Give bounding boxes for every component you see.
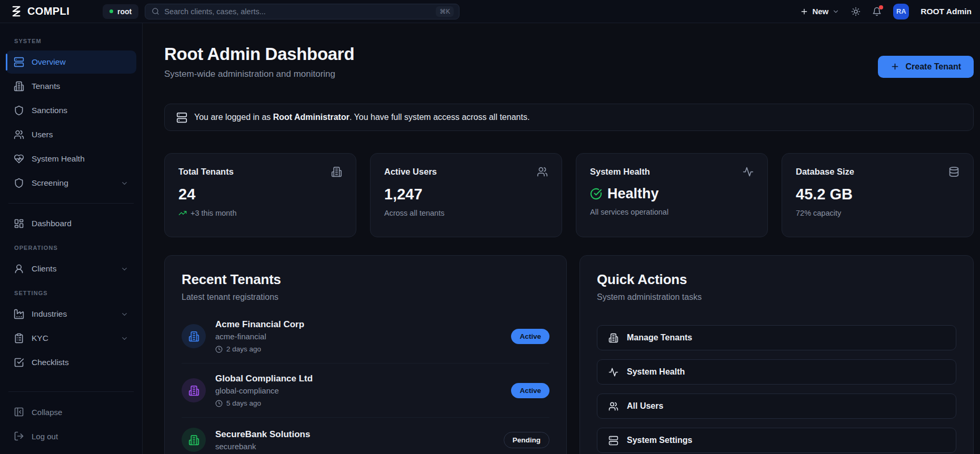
topbar-actions: New RA ROOT Admin bbox=[800, 4, 972, 19]
stat-label: Total Tenants bbox=[178, 167, 234, 177]
tenant-slug: securebank bbox=[215, 442, 494, 451]
panel-subtitle: System administration tasks bbox=[597, 292, 956, 302]
theme-toggle-button[interactable] bbox=[851, 7, 861, 16]
app-root: COMPLI root ⌘K New RA bbox=[0, 0, 980, 454]
page-header: Root Admin Dashboard System-wide adminis… bbox=[164, 44, 974, 79]
user-name: ROOT Admin bbox=[921, 7, 972, 16]
sidebar-item-dashboard[interactable]: Dashboard bbox=[6, 212, 136, 235]
activity-icon bbox=[608, 367, 618, 377]
banner-text: You are logged in as Root Administrator.… bbox=[194, 113, 529, 122]
sidebar-item-label: KYC bbox=[32, 334, 48, 343]
sidebar-item-label: Industries bbox=[32, 309, 67, 319]
sidebar-item-label: Clients bbox=[32, 264, 56, 274]
create-tenant-button[interactable]: Create Tenant bbox=[878, 56, 974, 78]
tenant-avatar bbox=[182, 428, 206, 452]
avatar-initials: RA bbox=[896, 7, 906, 15]
quick-action-system-settings[interactable]: System Settings bbox=[597, 428, 956, 453]
search-icon bbox=[152, 7, 159, 15]
sidebar-item-label: Tenants bbox=[32, 82, 60, 91]
collapse-sidebar-button[interactable]: Collapse bbox=[6, 400, 136, 423]
sidebar-item-label: Dashboard bbox=[32, 219, 72, 228]
database-icon bbox=[948, 166, 959, 177]
users-icon bbox=[537, 166, 548, 177]
collapse-label: Collapse bbox=[32, 408, 62, 417]
server-icon bbox=[176, 112, 187, 123]
check-circle-icon bbox=[590, 188, 602, 200]
quick-actions-panel: Quick Actions System administration task… bbox=[579, 255, 974, 454]
tenant-time: 5 days ago bbox=[215, 399, 502, 407]
keyboard-shortcut-badge: ⌘K bbox=[436, 6, 454, 17]
sidebar-item-sanctions[interactable]: Sanctions bbox=[6, 99, 136, 122]
brand: COMPLI bbox=[11, 5, 103, 17]
stat-subtext: Across all tenants bbox=[384, 209, 548, 217]
stat-value: 45.2 GB bbox=[796, 186, 959, 203]
plus-icon bbox=[891, 62, 899, 71]
brand-name: COMPLI bbox=[27, 5, 69, 17]
sidebar: SYSTEM Overview Tenants Sanctions Users … bbox=[0, 23, 143, 454]
notifications-button[interactable] bbox=[872, 7, 882, 16]
section-label-operations: OPERATIONS bbox=[14, 245, 128, 251]
chevron-down-icon bbox=[832, 8, 839, 15]
sidebar-item-checklists[interactable]: Checklists bbox=[6, 351, 136, 374]
logout-icon bbox=[14, 431, 24, 441]
building-icon bbox=[14, 81, 24, 92]
section-label-settings: SETTINGS bbox=[14, 290, 128, 296]
stat-card-database-size: Database Size 45.2 GB 72% capacity bbox=[782, 153, 974, 237]
server-icon bbox=[608, 436, 618, 446]
sidebar-item-kyc[interactable]: KYC bbox=[6, 327, 136, 350]
sidebar-item-clients[interactable]: Clients bbox=[6, 257, 136, 280]
sidebar-item-system-health[interactable]: System Health bbox=[6, 147, 136, 170]
online-status-dot bbox=[109, 9, 113, 13]
tenant-time: 2 days ago bbox=[215, 345, 502, 353]
chevron-down-icon bbox=[121, 310, 128, 318]
stat-subtext: 72% capacity bbox=[796, 209, 959, 217]
topbar: COMPLI root ⌘K New RA bbox=[0, 0, 980, 23]
panel-left-close-icon bbox=[14, 407, 24, 417]
quick-action-all-users[interactable]: All Users bbox=[597, 394, 956, 419]
sidebar-item-label: Overview bbox=[32, 57, 66, 67]
tenant-row-global-compliance[interactable]: Global Compliance Ltd global-compliance … bbox=[182, 363, 549, 417]
quick-action-manage-tenants[interactable]: Manage Tenants bbox=[597, 325, 956, 350]
new-button[interactable]: New bbox=[800, 7, 839, 16]
stat-value: 24 bbox=[178, 186, 342, 203]
check-square-icon bbox=[14, 357, 24, 368]
sidebar-item-overview[interactable]: Overview bbox=[6, 51, 136, 74]
sidebar-item-label: Screening bbox=[32, 178, 68, 188]
sidebar-item-label: Checklists bbox=[32, 358, 69, 367]
search-bar[interactable]: ⌘K bbox=[145, 4, 459, 19]
clipboard-icon bbox=[14, 333, 24, 344]
panel-title: Quick Actions bbox=[597, 271, 956, 288]
heart-pulse-icon bbox=[14, 154, 24, 164]
sidebar-divider bbox=[8, 203, 134, 204]
user-avatar[interactable]: RA bbox=[893, 4, 909, 19]
quick-action-system-health[interactable]: System Health bbox=[597, 359, 956, 385]
activity-icon bbox=[743, 166, 754, 177]
sidebar-item-label: Sanctions bbox=[32, 106, 67, 115]
sidebar-item-industries[interactable]: Industries bbox=[6, 302, 136, 326]
bottom-row: Recent Tenants Latest tenant registratio… bbox=[164, 255, 974, 454]
sidebar-item-tenants[interactable]: Tenants bbox=[6, 75, 136, 98]
stats-row: Total Tenants 24 +3 this month Active Us… bbox=[164, 153, 974, 237]
stat-card-total-tenants: Total Tenants 24 +3 this month bbox=[164, 153, 356, 237]
environment-badge[interactable]: root bbox=[103, 4, 138, 19]
stat-card-active-users: Active Users 1,247 Across all tenants bbox=[370, 153, 562, 237]
sidebar-item-users[interactable]: Users bbox=[6, 123, 136, 146]
logout-button[interactable]: Log out bbox=[6, 425, 136, 448]
sidebar-footer: Collapse Log out bbox=[6, 384, 136, 449]
logout-label: Log out bbox=[32, 432, 58, 441]
search-input[interactable] bbox=[164, 7, 431, 16]
plus-icon bbox=[800, 7, 808, 16]
tenant-name: Global Compliance Ltd bbox=[215, 374, 502, 384]
quick-action-list: Manage Tenants System Health All Users bbox=[597, 325, 956, 453]
tenant-slug: global-compliance bbox=[215, 386, 502, 395]
building-icon bbox=[188, 331, 199, 342]
sidebar-item-screening[interactable]: Screening bbox=[6, 171, 136, 195]
stat-value: Healthy bbox=[590, 186, 754, 202]
section-label-system: SYSTEM bbox=[14, 38, 128, 44]
building-icon bbox=[331, 166, 342, 177]
dashboard-icon bbox=[14, 218, 24, 229]
tenant-row-securebank[interactable]: SecureBank Solutions securebank Pending bbox=[182, 417, 549, 454]
server-icon bbox=[14, 57, 24, 67]
tenant-row-acme[interactable]: Acme Financial Corp acme-financial 2 day… bbox=[182, 309, 549, 363]
page-subtitle: System-wide administration and monitorin… bbox=[164, 69, 354, 79]
